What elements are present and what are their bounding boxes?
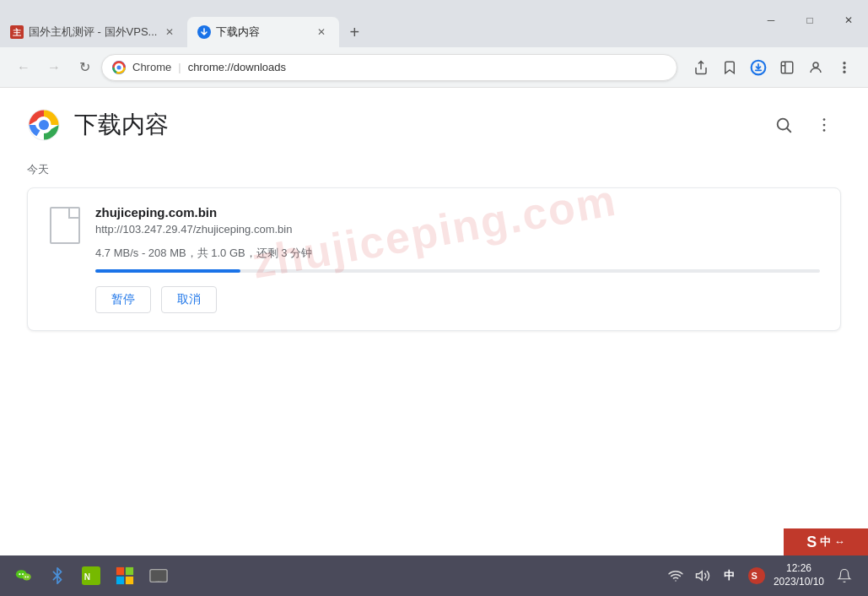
taskbar-clock[interactable]: 12:26 2023/10/10: [774, 562, 824, 588]
tab-2-close[interactable]: ✕: [314, 24, 329, 40]
svg-rect-30: [116, 577, 124, 584]
taskbar-ime-icon[interactable]: 中: [720, 566, 740, 586]
address-separator: |: [178, 61, 181, 73]
new-tab-button[interactable]: +: [339, 17, 369, 47]
profile-icon-btn[interactable]: [802, 54, 829, 81]
address-brand: Chrome: [132, 61, 171, 73]
svg-point-6: [117, 65, 121, 69]
forward-button[interactable]: →: [40, 54, 67, 81]
svg-text:N: N: [84, 572, 90, 582]
page-header: 下载内容: [27, 108, 841, 142]
taskbar-wifi-icon[interactable]: [666, 566, 686, 586]
back-button[interactable]: ←: [10, 54, 37, 81]
taskbar-app5[interactable]: [145, 562, 172, 589]
svg-point-9: [813, 62, 818, 68]
download-info: zhujiceping.com.bin http://103.247.29.47…: [95, 205, 820, 313]
clock-date: 2023/10/10: [774, 576, 824, 589]
address-bar: ← → ↻ Chrome | chrome://downloads: [0, 47, 868, 88]
tab-1-title: 国外主机测评 - 国外VPS...: [29, 24, 157, 40]
page-title: 下载内容: [74, 109, 169, 141]
refresh-button[interactable]: ↻: [71, 54, 98, 81]
taskbar-nvidia[interactable]: N: [78, 562, 105, 589]
progress-bar-fill: [95, 269, 240, 273]
clock-time: 12:26: [786, 562, 811, 576]
svg-point-19: [823, 129, 826, 132]
tab-1-close[interactable]: ✕: [162, 24, 177, 40]
svg-point-16: [778, 119, 789, 130]
refresh-icon: ↻: [79, 59, 90, 75]
restore-button[interactable]: □: [790, 7, 829, 34]
svg-rect-32: [150, 570, 167, 582]
page-header-actions: [767, 108, 841, 142]
taskbar: N 中: [0, 555, 868, 596]
download-icon-btn[interactable]: [745, 54, 772, 81]
address-url: chrome://downloads: [188, 61, 666, 73]
reading-list-icon-btn[interactable]: [774, 54, 801, 81]
download-speed: 4.7 MB/s - 208 MB，共 1.0 GB，还剩 3 分钟: [95, 246, 820, 261]
taskbar-bluetooth[interactable]: [44, 562, 71, 589]
taskbar-right: 中 S 12:26 2023/10/10: [666, 562, 858, 589]
svg-rect-28: [116, 567, 124, 575]
page-header-left: 下载内容: [27, 108, 169, 142]
taskbar-wechat[interactable]: [10, 562, 37, 589]
svg-rect-31: [126, 577, 133, 584]
svg-point-24: [24, 576, 26, 577]
taskbar-app4[interactable]: [111, 562, 138, 589]
bookmark-icon-btn[interactable]: [716, 54, 743, 81]
section-label: 今天: [27, 162, 841, 177]
svg-text:主: 主: [13, 28, 22, 37]
back-icon: ←: [17, 60, 30, 75]
ime-text: 中 ↔: [820, 534, 845, 550]
download-item: zhujiceping.com.bin http://103.247.29.47…: [27, 187, 841, 331]
svg-point-23: [23, 573, 31, 580]
svg-text:S: S: [752, 571, 757, 581]
svg-point-15: [39, 120, 49, 130]
progress-bar: [95, 269, 820, 273]
tab-2-favicon: [197, 25, 211, 39]
address-chrome-icon: [112, 61, 126, 74]
download-url: http://103.247.29.47/zhujiceping.com.bin: [95, 223, 820, 236]
taskbar-volume-icon[interactable]: [693, 566, 713, 586]
forward-icon: →: [47, 60, 61, 75]
svg-point-18: [823, 124, 826, 127]
close-button[interactable]: ✕: [829, 7, 868, 34]
svg-point-12: [844, 71, 845, 73]
ime-bar[interactable]: S 中 ↔: [784, 528, 868, 555]
toolbar-icons: [687, 54, 858, 81]
pause-button[interactable]: 暂停: [95, 286, 151, 313]
more-options-button[interactable]: [807, 108, 841, 142]
download-filename: zhujiceping.com.bin: [95, 205, 820, 219]
taskbar-notify[interactable]: [831, 562, 858, 589]
minimize-button[interactable]: ─: [752, 7, 790, 34]
svg-rect-29: [126, 567, 133, 575]
taskbar-sougou-icon[interactable]: S: [747, 566, 767, 586]
svg-point-11: [844, 67, 845, 68]
file-icon: [50, 207, 80, 244]
share-icon-btn[interactable]: [687, 54, 714, 81]
cancel-button[interactable]: 取消: [161, 286, 217, 313]
svg-point-10: [844, 62, 845, 64]
window-controls: ─ □ ✕: [752, 0, 868, 47]
download-actions: 暂停 取消: [95, 286, 820, 313]
address-input[interactable]: Chrome | chrome://downloads: [101, 54, 677, 81]
tab-2-title: 下载内容: [216, 24, 309, 40]
ime-logo: S: [806, 534, 817, 551]
tab-1-favicon: 主: [10, 25, 24, 39]
chrome-logo: [27, 108, 61, 142]
svg-point-17: [823, 118, 826, 121]
svg-marker-33: [696, 572, 702, 581]
tab-1[interactable]: 主 国外主机测评 - 国外VPS... ✕: [0, 17, 187, 47]
svg-point-21: [19, 573, 20, 575]
file-icon-wrap: [48, 205, 82, 246]
svg-rect-8: [781, 62, 793, 73]
svg-point-25: [27, 576, 29, 577]
search-downloads-button[interactable]: [767, 108, 801, 142]
tab-2[interactable]: 下载内容 ✕: [187, 17, 339, 47]
title-bar: 主 国外主机测评 - 国外VPS... ✕ 下载内容 ✕ + ─ □ ✕: [0, 0, 868, 47]
page-content: zhujiceping.com 下载内容: [0, 88, 868, 555]
menu-icon-btn[interactable]: [831, 54, 858, 81]
